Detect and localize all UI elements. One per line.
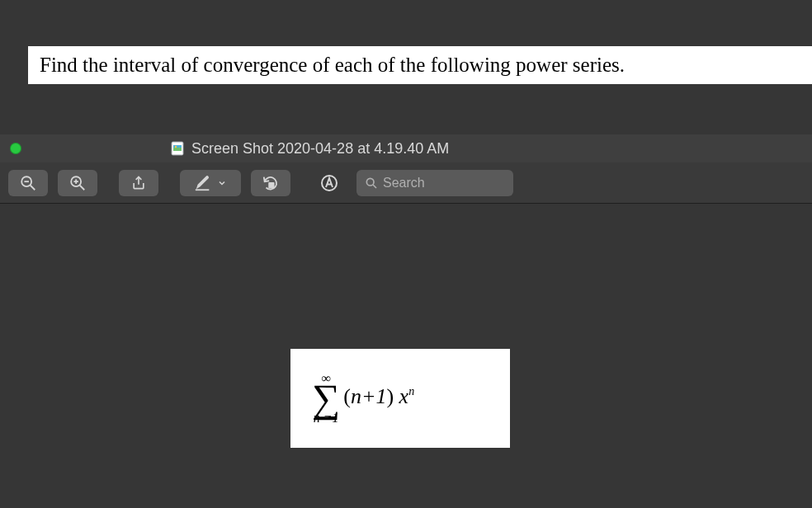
markup-dropdown-button[interactable] bbox=[180, 170, 241, 196]
share-icon bbox=[130, 175, 147, 191]
content-area: ∞ ∑ n =1 (n+1) xn bbox=[0, 204, 812, 508]
formula-image: ∞ ∑ n =1 (n+1) xn bbox=[290, 349, 510, 448]
question-banner: Find the interval of convergence of each… bbox=[28, 46, 812, 84]
search-icon bbox=[365, 176, 378, 190]
rotate-button[interactable] bbox=[251, 170, 290, 196]
svg-rect-12 bbox=[268, 182, 274, 188]
svg-point-14 bbox=[366, 178, 374, 186]
term-body: n+1 bbox=[351, 384, 387, 408]
traffic-light-green[interactable] bbox=[10, 143, 21, 154]
svg-point-3 bbox=[175, 146, 177, 148]
open-paren: ( bbox=[343, 384, 351, 408]
zoom-in-button[interactable] bbox=[58, 170, 97, 196]
term-exponent: n bbox=[408, 385, 414, 397]
highlight-tool-icon bbox=[319, 173, 339, 193]
toolbar bbox=[0, 162, 812, 204]
zoom-in-icon bbox=[68, 174, 87, 192]
window-title: Screen Shot 2020-04-28 at 4.19.40 AM bbox=[191, 140, 449, 158]
svg-line-8 bbox=[80, 185, 85, 190]
zoom-out-button[interactable] bbox=[8, 170, 48, 196]
rotate-icon bbox=[262, 174, 280, 192]
window-titlebar: Screen Shot 2020-04-28 at 4.19.40 AM bbox=[0, 134, 812, 162]
search-field-wrap[interactable] bbox=[356, 170, 513, 196]
close-paren: ) bbox=[386, 384, 394, 408]
search-input[interactable] bbox=[383, 176, 505, 190]
svg-rect-2 bbox=[173, 148, 182, 151]
zoom-out-icon bbox=[19, 174, 37, 192]
svg-line-5 bbox=[31, 185, 35, 190]
svg-line-15 bbox=[373, 185, 376, 188]
svg-rect-11 bbox=[196, 189, 210, 190]
share-button[interactable] bbox=[119, 170, 158, 196]
preview-window: Screen Shot 2020-04-28 at 4.19.40 AM bbox=[0, 134, 812, 508]
title-group: Screen Shot 2020-04-28 at 4.19.40 AM bbox=[170, 140, 449, 158]
sigma-lower: n =1 bbox=[314, 412, 339, 425]
markup-icon bbox=[194, 174, 212, 192]
sigma-block: ∞ ∑ n =1 bbox=[312, 372, 340, 426]
highlight-tool-button[interactable] bbox=[312, 170, 347, 196]
question-text: Find the interval of convergence of each… bbox=[40, 52, 625, 79]
series-term: (n+1) xn bbox=[343, 384, 414, 409]
sigma-symbol: ∑ bbox=[312, 382, 340, 416]
file-icon bbox=[170, 141, 185, 156]
chevron-down-icon bbox=[217, 178, 227, 188]
term-variable: x bbox=[399, 384, 409, 408]
